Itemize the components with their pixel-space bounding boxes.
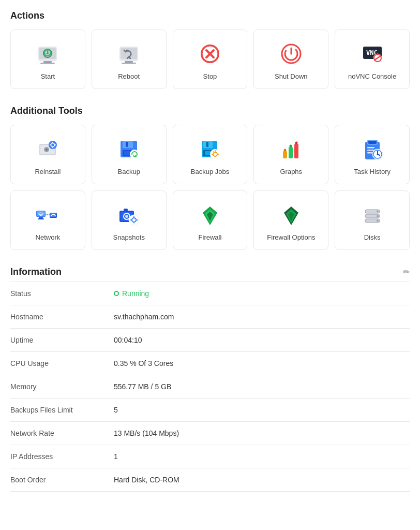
svg-rect-59: [368, 141, 377, 144]
start-icon: [34, 40, 61, 67]
backup-jobs-button[interactable]: Backup Jobs: [173, 125, 248, 184]
svg-rect-62: [367, 152, 372, 154]
stop-button[interactable]: Stop: [173, 30, 248, 89]
tools-grid: Reinstall Backup: [10, 125, 410, 250]
backups-limit-value: 5: [114, 406, 410, 414]
svg-rect-79: [124, 209, 128, 211]
boot-value: Hard Disk, CD-ROM: [114, 476, 410, 484]
start-label: Start: [41, 72, 55, 80]
svg-rect-82: [133, 216, 134, 218]
reboot-button[interactable]: Reboot: [92, 30, 167, 89]
graphs-button[interactable]: Graphs: [253, 125, 328, 184]
svg-rect-30: [52, 146, 53, 148]
cpu-label: CPU Usage: [10, 359, 114, 367]
uptime-label: Uptime: [10, 336, 114, 344]
svg-rect-32: [54, 144, 56, 145]
svg-point-91: [377, 215, 379, 217]
backup-button[interactable]: Backup: [92, 125, 167, 184]
svg-point-54: [283, 149, 286, 152]
svg-rect-41: [206, 142, 208, 147]
firewall-label: Firewall: [199, 233, 222, 241]
information-title: Information: [10, 267, 62, 277]
status-value: Running: [114, 289, 410, 298]
novnc-icon: VNC: [359, 40, 386, 67]
backup-jobs-label: Backup Jobs: [191, 168, 229, 175]
snapshots-icon: [115, 201, 142, 228]
svg-rect-9: [125, 61, 133, 63]
svg-rect-53: [294, 144, 298, 158]
svg-point-74: [40, 215, 42, 216]
status-dot: [114, 291, 119, 296]
firewall-options-icon: [278, 201, 305, 228]
svg-rect-35: [126, 142, 128, 147]
svg-rect-48: [212, 154, 213, 155]
svg-point-88: [377, 211, 379, 213]
memory-label: Memory: [10, 382, 114, 391]
svg-rect-10: [122, 63, 136, 64]
shutdown-button[interactable]: Shut Down: [253, 30, 328, 89]
uptime-value: 00:04:10: [114, 336, 410, 344]
novnc-label: noVNC Console: [348, 72, 396, 80]
info-row-cpu: CPU Usage 0.35 % Of 3 Cores: [10, 352, 410, 375]
actions-grid: Start Reboot Sto: [10, 30, 410, 89]
novnc-button[interactable]: VNC noVNC Console: [335, 30, 410, 89]
graphs-icon: [278, 136, 305, 163]
edit-button[interactable]: ✏: [403, 267, 410, 277]
firewall-button[interactable]: Firewall: [173, 190, 248, 250]
reinstall-button[interactable]: Reinstall: [10, 125, 85, 184]
reinstall-label: Reinstall: [35, 168, 61, 175]
svg-point-78: [125, 215, 128, 218]
hostname-value: sv.thachpham.com: [114, 313, 410, 321]
disks-button[interactable]: Disks: [335, 190, 410, 250]
firewall-options-label: Firewall Options: [267, 233, 315, 241]
info-row-network-rate: Network Rate 13 MB/s (104 Mbps): [10, 422, 410, 445]
boot-label: Boot Order: [10, 476, 114, 484]
shutdown-icon: [278, 40, 305, 67]
actions-title: Actions: [10, 10, 410, 21]
svg-rect-51: [283, 151, 287, 158]
svg-rect-29: [52, 142, 53, 143]
backups-limit-label: Backups Files Limit: [10, 406, 114, 414]
disks-icon: [359, 201, 386, 228]
task-history-icon: [359, 136, 386, 163]
svg-rect-49: [217, 154, 219, 155]
start-button[interactable]: Start: [10, 30, 85, 89]
tools-title: Additional Tools: [10, 106, 410, 116]
svg-rect-60: [367, 147, 374, 149]
svg-point-26: [46, 149, 48, 151]
info-row-hostname: Hostname sv.thachpham.com: [10, 305, 410, 329]
hostname-label: Hostname: [10, 313, 114, 321]
svg-rect-85: [137, 219, 138, 220]
info-row-boot: Boot Order Hard Disk, CD-ROM: [10, 468, 410, 492]
firewall-options-button[interactable]: Firewall Options: [253, 190, 328, 250]
network-rate-label: Network Rate: [10, 429, 114, 437]
info-row-ip: IP Addresses 1: [10, 445, 410, 468]
network-button[interactable]: Network: [10, 190, 85, 250]
network-rate-value: 13 MB/s (104 Mbps): [114, 429, 410, 437]
memory-value: 556.77 MB / 5 GB: [114, 382, 410, 391]
information-table: Status Running Hostname sv.thachpham.com…: [10, 282, 410, 492]
info-row-status: Status Running: [10, 282, 410, 305]
disks-label: Disks: [364, 233, 381, 241]
reinstall-icon: [34, 136, 61, 163]
stop-label: Stop: [203, 72, 217, 80]
svg-point-67: [377, 154, 378, 155]
network-icon: [34, 201, 61, 228]
graphs-label: Graphs: [280, 168, 302, 175]
stop-icon: [197, 40, 223, 67]
reboot-icon: [115, 40, 142, 67]
task-history-button[interactable]: Task History: [335, 125, 410, 184]
svg-rect-70: [39, 217, 43, 218]
status-label: Status: [10, 289, 114, 298]
svg-rect-73: [50, 213, 56, 217]
task-history-label: Task History: [354, 168, 391, 175]
information-header: Information ✏: [10, 267, 410, 277]
snapshots-button[interactable]: Snapshots: [92, 190, 167, 250]
info-row-backups-limit: Backups Files Limit 5: [10, 399, 410, 422]
backup-icon: [115, 136, 142, 163]
svg-rect-46: [215, 150, 216, 152]
shutdown-label: Shut Down: [275, 72, 308, 80]
svg-rect-31: [50, 144, 51, 145]
ip-label: IP Addresses: [10, 452, 114, 461]
status-text: Running: [122, 289, 149, 298]
